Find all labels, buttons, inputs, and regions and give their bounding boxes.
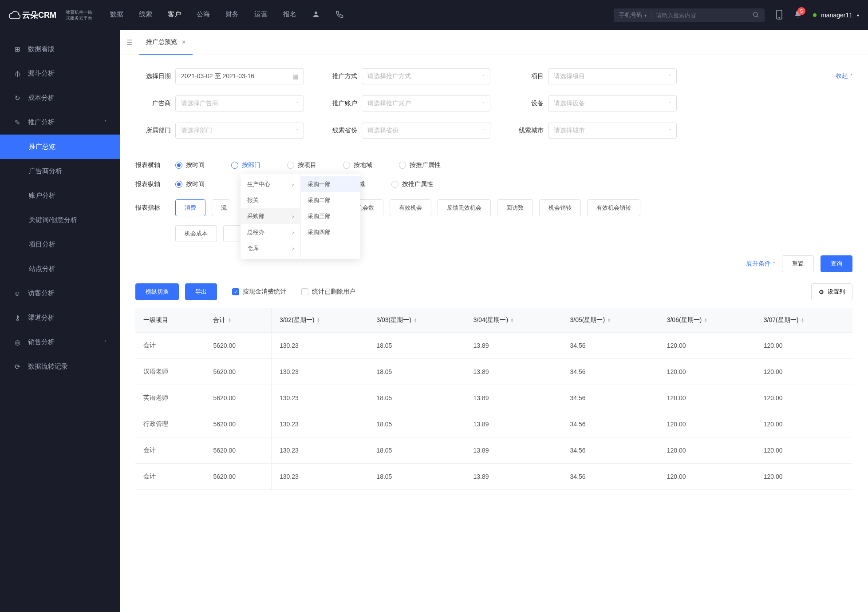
- cell: 18.05: [368, 385, 465, 411]
- cell: 5620.00: [205, 411, 271, 437]
- sidebar-item-sales[interactable]: ◎销售分析˅: [0, 330, 120, 354]
- export-button[interactable]: 导出: [185, 283, 217, 300]
- cell: 13.89: [465, 333, 562, 359]
- sidebar-sub-keyword[interactable]: 关键词/创意分析: [0, 208, 120, 232]
- sidebar-toggle-icon[interactable]: ☰: [126, 38, 133, 47]
- logo[interactable]: 云朵CRM 教育机构一站式服务云平台: [9, 9, 92, 21]
- date-picker[interactable]: 2021-03-02 至 2021-03-16▦: [175, 68, 304, 84]
- cell: 34.56: [562, 359, 659, 385]
- sidebar-sub-project[interactable]: 项目分析: [0, 232, 120, 257]
- mobile-icon[interactable]: [776, 10, 783, 21]
- sidebar-item-flow[interactable]: ⟳数据流转记录: [0, 354, 120, 379]
- method-label: 推广方式: [322, 72, 357, 80]
- nav-data[interactable]: 数据: [110, 10, 123, 20]
- method-select[interactable]: 请选择推广方式˅: [362, 68, 490, 84]
- sidebar-item-funnel[interactable]: ⫛漏斗分析: [0, 61, 120, 86]
- nav-ops[interactable]: 运营: [254, 10, 268, 20]
- province-select[interactable]: 请选择省份˅: [362, 123, 490, 139]
- channel-icon: ⚷: [13, 314, 21, 322]
- account-select[interactable]: 请选择推广账户˅: [362, 95, 490, 111]
- cascade-item[interactable]: 采购三部: [301, 208, 360, 224]
- vaxis-time[interactable]: 按时间: [175, 180, 205, 188]
- cascade-item[interactable]: 报关: [241, 192, 300, 208]
- user-icon[interactable]: [312, 10, 320, 20]
- phone-icon[interactable]: [335, 10, 343, 20]
- collapse-link[interactable]: 收起˄: [836, 72, 852, 80]
- user-menu[interactable]: manager11 ▾: [813, 12, 859, 19]
- search-icon[interactable]: [752, 11, 759, 20]
- metric-oppcost[interactable]: 机会成本: [175, 225, 217, 242]
- cell: 5620.00: [205, 437, 271, 464]
- cascade-item[interactable]: 总经办›: [241, 224, 300, 240]
- col-d4[interactable]: 3/05(星期一)▲▼: [562, 308, 659, 333]
- nav-finance[interactable]: 财务: [225, 10, 239, 20]
- sidebar-sub-overview[interactable]: 推广总览: [0, 135, 120, 159]
- cell: 会计: [135, 464, 205, 490]
- metric-invalid[interactable]: 反馈无效机会: [438, 199, 491, 216]
- sidebar-sub-advertiser[interactable]: 广告商分析: [0, 159, 120, 183]
- dashboard-icon: ⊞: [13, 45, 21, 53]
- haxis-region[interactable]: 按地域: [343, 161, 372, 169]
- cascade-item[interactable]: 仓库›: [241, 240, 300, 256]
- sidebar-sub-account[interactable]: 账户分析: [0, 183, 120, 208]
- col-project[interactable]: 一级项目: [135, 308, 205, 333]
- nav-pool[interactable]: 公海: [197, 10, 210, 20]
- tab-overview[interactable]: 推广总预览 ✕: [139, 30, 193, 55]
- haxis-project[interactable]: 按项目: [287, 161, 316, 169]
- sidebar-item-channel[interactable]: ⚷渠道分析: [0, 306, 120, 330]
- metric-oppconv[interactable]: 机会销转: [539, 199, 581, 216]
- nav-signup[interactable]: 报名: [283, 10, 296, 20]
- haxis-attr[interactable]: 按推广属性: [399, 161, 441, 169]
- close-icon[interactable]: ✕: [181, 39, 186, 45]
- table-toolbar: 横纵切换 导出 ✓按现金消费统计 统计已删除用户 ⚙设置列: [135, 283, 852, 300]
- col-d3[interactable]: 3/04(星期一)▲▼: [465, 308, 562, 333]
- advertiser-select[interactable]: 请选择广告商˅: [175, 95, 304, 111]
- cascade-item[interactable]: 生产中心›: [241, 176, 300, 192]
- cell: 120.00: [756, 411, 852, 437]
- reset-button[interactable]: 重置: [782, 255, 814, 272]
- metric-flow[interactable]: 流: [212, 199, 230, 216]
- col-d5[interactable]: 3/06(星期一)▲▼: [659, 308, 756, 333]
- sidebar-item-visitor[interactable]: ☺访客分析: [0, 281, 120, 306]
- bell-icon[interactable]: 5: [794, 10, 802, 21]
- col-d6[interactable]: 3/07(星期一)▲▼: [756, 308, 852, 333]
- sidebar-item-promotion[interactable]: ✎推广分析˄: [0, 110, 120, 135]
- cell: 34.56: [562, 385, 659, 411]
- col-d1[interactable]: 3/02(星期一)▲▼: [271, 308, 368, 333]
- haxis-dept[interactable]: 按部门: [231, 161, 260, 169]
- city-select[interactable]: 请选择城市˅: [548, 123, 677, 139]
- sort-icon: ▲▼: [801, 318, 804, 323]
- expand-conditions[interactable]: 展开条件˅: [746, 260, 775, 268]
- query-button[interactable]: 查询: [821, 255, 852, 272]
- metric-validconv[interactable]: 有效机会销转: [587, 199, 640, 216]
- cascade-item[interactable]: 采购部›: [241, 208, 300, 224]
- flow-icon: ⟳: [13, 363, 21, 371]
- cash-stats-checkbox[interactable]: ✓按现金消费统计: [232, 288, 286, 296]
- cell: 5620.00: [205, 385, 271, 411]
- col-d2[interactable]: 3/03(星期一)▲▼: [368, 308, 465, 333]
- settings-columns-button[interactable]: ⚙设置列: [811, 283, 852, 300]
- cascade-item[interactable]: 采购二部: [301, 192, 360, 208]
- metric-revisit[interactable]: 回访数: [497, 199, 533, 216]
- col-total[interactable]: 合计▲▼: [205, 308, 271, 333]
- cascade-item[interactable]: 采购四部: [301, 224, 360, 240]
- deleted-users-checkbox[interactable]: 统计已删除用户: [301, 288, 355, 296]
- sidebar-item-dashboard[interactable]: ⊞数据看版: [0, 37, 120, 61]
- metric-validopp[interactable]: 有效机会: [390, 199, 431, 216]
- vaxis-attr[interactable]: 按推广属性: [391, 180, 433, 188]
- cascade-item[interactable]: 采购一部: [301, 176, 360, 192]
- search-input[interactable]: [656, 12, 752, 19]
- sidebar-sub-site[interactable]: 站点分析: [0, 257, 120, 281]
- nav-customer[interactable]: 客户: [168, 10, 181, 20]
- dept-select[interactable]: 请选择部门˅: [175, 123, 304, 139]
- sidebar-item-cost[interactable]: ↻成本分析: [0, 86, 120, 110]
- search-prefix[interactable]: 手机号码 ▾: [619, 11, 651, 19]
- swap-button[interactable]: 横纵切换: [135, 283, 179, 300]
- haxis-time[interactable]: 按时间: [175, 161, 205, 169]
- table-row: 会计 5620.00 130.23 18.05 13.89 34.56 120.…: [135, 437, 852, 464]
- device-select[interactable]: 请选择设备˅: [548, 95, 677, 111]
- project-select[interactable]: 请选择项目˅: [548, 68, 677, 84]
- cell: 130.23: [271, 333, 368, 359]
- metric-consume[interactable]: 消费: [175, 199, 205, 216]
- nav-leads[interactable]: 线索: [139, 10, 152, 20]
